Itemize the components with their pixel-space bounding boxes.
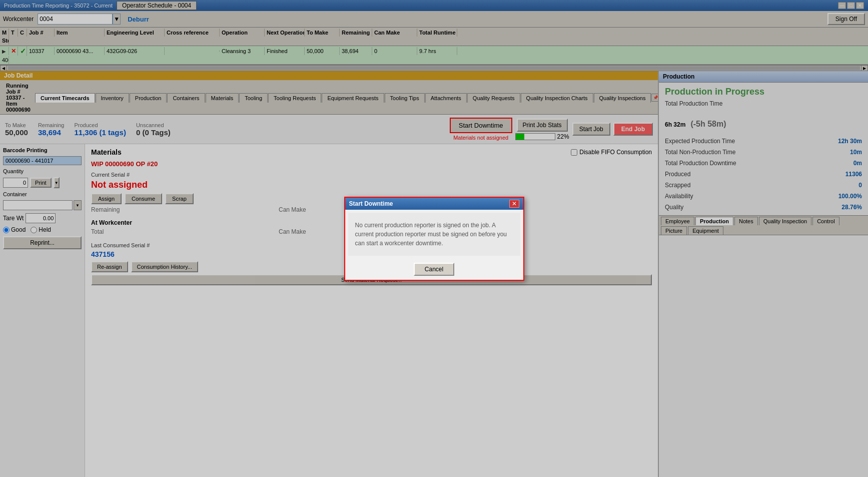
dialog-cancel-button[interactable]: Cancel (414, 263, 454, 276)
dialog-title: Start Downtime (349, 200, 393, 207)
start-downtime-dialog: Start Downtime ✕ No current production r… (344, 197, 524, 281)
dialog-body: No current production reporter is signed… (348, 213, 520, 256)
dialog-title-bar: Start Downtime ✕ (345, 198, 523, 210)
dialog-footer: Cancel (345, 259, 523, 280)
dialog-close-button[interactable]: ✕ (509, 200, 519, 208)
dialog-overlay: Start Downtime ✕ No current production r… (0, 0, 868, 477)
